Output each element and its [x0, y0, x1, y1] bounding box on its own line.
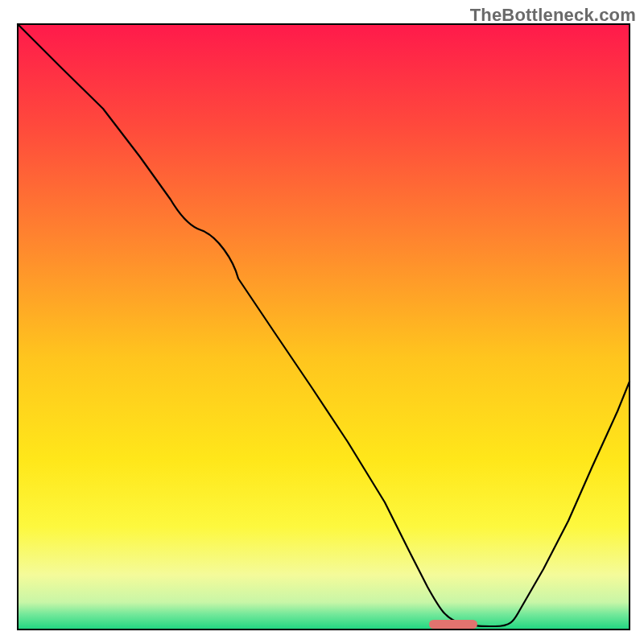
plot-background	[18, 24, 630, 630]
bottleneck-chart: TheBottleneck.com	[0, 0, 644, 644]
optimal-point-marker	[429, 620, 477, 629]
watermark-text: TheBottleneck.com	[470, 5, 636, 26]
chart-canvas	[0, 0, 644, 644]
